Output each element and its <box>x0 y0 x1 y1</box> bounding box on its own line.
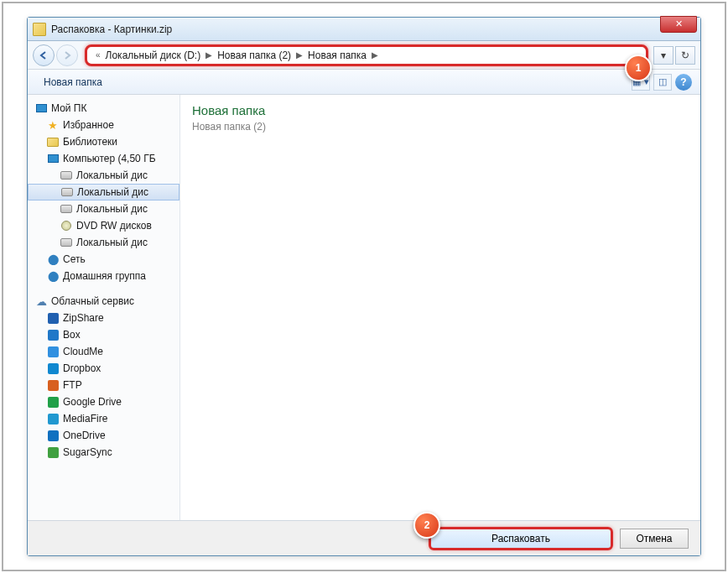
folder-subtitle: Новая папка (2) <box>192 121 689 133</box>
tree-item-label: CloudMe <box>63 346 103 357</box>
cancel-button[interactable]: Отмена <box>620 529 689 549</box>
tree-item[interactable]: ⬤Домашняя группа <box>28 268 179 284</box>
tree-item-label: Google Drive <box>63 396 122 408</box>
breadcrumb-bar[interactable]: « Локальный диск (D:) ▶ Новая папка (2) … <box>85 44 648 66</box>
arrow-right-icon <box>62 50 72 60</box>
content-pane[interactable]: Новая папка Новая папка (2) <box>180 95 700 520</box>
app-icon <box>33 23 46 36</box>
tree-item-label: Домашняя группа <box>63 270 146 282</box>
tree-item-label: Box <box>63 329 81 341</box>
tree-item-label: Компьютер (4,50 ГБ <box>63 153 156 164</box>
tree-item-label: FTP <box>63 379 82 391</box>
dropdown-button[interactable]: ▾ <box>653 46 673 65</box>
callout-badge-2: 2 <box>413 512 440 539</box>
tree-item[interactable]: Локальный дис <box>28 167 179 184</box>
tree-item[interactable]: Библиотеки <box>28 133 179 150</box>
tree-item[interactable]: DVD RW дисков <box>28 217 179 234</box>
tree-item[interactable]: Мой ПК <box>28 100 179 117</box>
dialog-window: Распаковка - Картинки.zip ✕ « Локальный … <box>27 17 701 556</box>
tree-item-label: Библиотеки <box>63 136 117 148</box>
tree-item[interactable]: ⬤Сеть <box>28 251 179 268</box>
chevron-right-icon: ▶ <box>205 50 212 60</box>
preview-pane-button[interactable]: ◫ <box>653 74 672 91</box>
forward-button[interactable] <box>56 44 78 66</box>
tree-item[interactable]: Локальный дис <box>28 234 179 251</box>
tree-item[interactable]: Google Drive <box>28 393 179 410</box>
folder-title: Новая папка <box>192 103 689 117</box>
tree-item[interactable]: Dropbox <box>28 360 179 377</box>
tree-item-label: Локальный дис <box>76 203 148 215</box>
help-button[interactable]: ? <box>675 74 692 91</box>
tree-item-label: Избранное <box>63 119 114 131</box>
callout-badge-1: 1 <box>625 55 652 81</box>
breadcrumb-item[interactable]: Новая папка <box>304 49 370 61</box>
tree-item-label: Сеть <box>63 253 86 265</box>
tree-item-label: Dropbox <box>63 362 101 374</box>
toolbar: Новая папка ▦ ▾ ◫ ? <box>28 70 700 95</box>
folder-tree-sidebar[interactable]: Мой ПК★ИзбранноеБиблиотекиКомпьютер (4,5… <box>28 95 180 520</box>
tree-item-label: Облачный сервис <box>51 295 134 307</box>
close-button[interactable]: ✕ <box>660 16 697 33</box>
tree-item[interactable]: ZipShare <box>28 310 179 326</box>
breadcrumb-item[interactable]: Локальный диск (D:) <box>102 49 205 61</box>
tree-item-label: Мой ПК <box>51 102 86 114</box>
tree-item-label: Локальный дис <box>76 169 148 181</box>
breadcrumb-prefix: « <box>96 50 101 60</box>
tree-item-label: OneDrive <box>63 430 106 441</box>
chevron-right-icon: ▶ <box>372 50 378 60</box>
title-bar: Распаковка - Картинки.zip ✕ <box>28 18 700 41</box>
tree-item[interactable]: Локальный дис <box>28 201 179 217</box>
tree-item-label: Локальный дис <box>76 237 148 248</box>
tree-item-label: ZipShare <box>63 312 104 324</box>
tree-item[interactable]: ★Избранное <box>28 117 179 133</box>
breadcrumb-item[interactable]: Новая папка (2) <box>214 49 294 61</box>
tree-item-label: Локальный дис <box>77 186 148 198</box>
tree-item[interactable]: CloudMe <box>28 343 179 360</box>
window-title: Распаковка - Картинки.zip <box>51 23 172 35</box>
tree-item[interactable]: OneDrive <box>28 427 179 444</box>
back-button[interactable] <box>33 44 55 66</box>
refresh-button[interactable]: ↻ <box>675 46 695 65</box>
navigation-row: « Локальный диск (D:) ▶ Новая папка (2) … <box>28 41 700 70</box>
tree-item[interactable]: Локальный дис <box>28 184 179 201</box>
tree-item[interactable]: Компьютер (4,50 ГБ <box>28 150 179 167</box>
extract-button[interactable]: Распаковать <box>429 527 613 550</box>
tree-item[interactable]: FTP <box>28 377 179 393</box>
tree-item[interactable]: ☁Облачный сервис <box>28 293 179 310</box>
tree-item-label: DVD RW дисков <box>76 220 152 232</box>
tree-item-label: SugarSync <box>63 446 112 458</box>
arrow-left-icon <box>39 50 49 60</box>
footer-bar: 2 Распаковать Отмена <box>28 520 700 555</box>
tree-item-label: MediaFire <box>63 413 107 425</box>
tree-item[interactable]: Box <box>28 326 179 343</box>
chevron-right-icon: ▶ <box>296 50 303 60</box>
tree-item[interactable]: MediaFire <box>28 410 179 427</box>
new-folder-button[interactable]: Новая папка <box>36 73 110 91</box>
tree-item[interactable]: SugarSync <box>28 444 179 461</box>
